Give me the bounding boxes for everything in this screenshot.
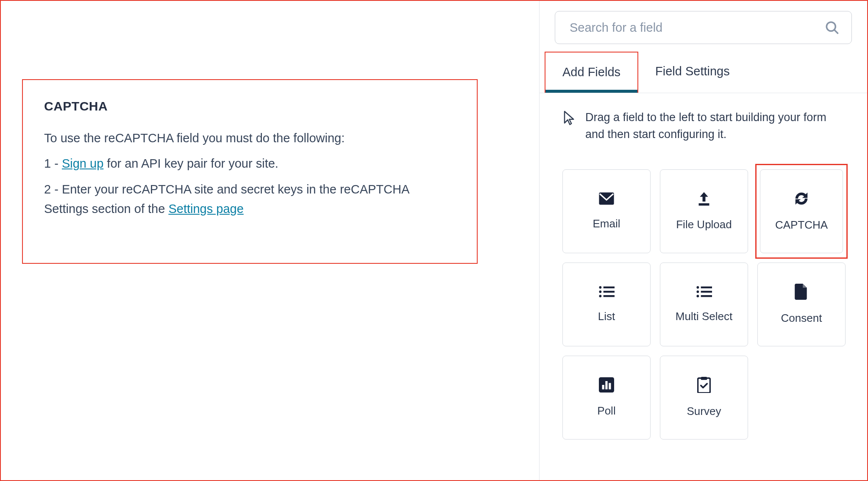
captcha-title: CAPTCHA [44, 99, 456, 113]
field-card-consent[interactable]: Consent [757, 263, 846, 346]
svg-point-11 [696, 290, 699, 293]
tabs: Add Fields Field Settings [540, 52, 867, 93]
field-card-poll-wrap: Poll [562, 356, 651, 440]
field-card-file-upload[interactable]: File Upload [660, 169, 748, 253]
svg-point-10 [696, 286, 699, 289]
svg-point-8 [599, 295, 601, 298]
search-icon [824, 20, 840, 35]
fields-grid: Email File Upload [540, 152, 867, 440]
captcha-step-1: 1 - Sign up for an API key pair for your… [44, 154, 456, 173]
tab-field-settings[interactable]: Field Settings [638, 52, 747, 93]
field-card-file-upload-wrap: File Upload [660, 169, 748, 253]
email-icon [598, 192, 615, 205]
svg-rect-14 [701, 291, 712, 293]
field-label-survey: Survey [687, 405, 721, 418]
tab-add-fields-label: Add Fields [562, 65, 620, 79]
field-label-file-upload: File Upload [676, 218, 732, 231]
field-label-multi-select: Multi Select [676, 310, 732, 323]
tab-add-fields[interactable]: Add Fields [545, 52, 638, 93]
field-card-list[interactable]: List [562, 263, 651, 346]
svg-point-4 [599, 286, 601, 289]
multi-select-icon [696, 285, 712, 298]
field-card-email-wrap: Email [562, 169, 651, 253]
search-box[interactable] [555, 11, 852, 44]
search-input[interactable] [570, 11, 824, 44]
svg-rect-13 [701, 287, 712, 288]
settings-page-link[interactable]: Settings page [168, 202, 243, 216]
svg-rect-7 [604, 291, 615, 293]
field-card-consent-wrap: Consent [757, 263, 846, 346]
svg-rect-5 [604, 287, 615, 288]
field-label-list: List [598, 310, 615, 323]
svg-rect-20 [609, 383, 611, 390]
tab-field-settings-label: Field Settings [655, 64, 730, 78]
captcha-intro: To use the reCAPTCHA field you must do t… [44, 128, 456, 148]
svg-rect-18 [602, 385, 604, 390]
field-label-consent: Consent [781, 312, 822, 325]
field-card-multi-select[interactable]: Multi Select [660, 263, 748, 346]
clipboard-icon [697, 377, 711, 393]
step1-suffix: for an API key pair for your site. [103, 157, 278, 170]
field-card-captcha-wrap: CAPTCHA [755, 164, 848, 259]
refresh-icon [793, 191, 810, 207]
poll-icon [599, 377, 614, 393]
form-canvas: CAPTCHA To use the reCAPTCHA field you m… [1, 1, 539, 480]
step1-prefix: 1 - [44, 157, 62, 170]
svg-rect-21 [698, 378, 710, 393]
cursor-icon [562, 110, 575, 125]
sidebar-panel: Add Fields Field Settings Drag a field t… [539, 1, 867, 480]
search-wrap [540, 1, 867, 52]
svg-rect-19 [605, 381, 607, 390]
svg-rect-3 [699, 203, 709, 206]
svg-line-1 [835, 30, 838, 33]
upload-icon [697, 191, 711, 206]
signup-link[interactable]: Sign up [62, 157, 103, 170]
document-icon [795, 284, 808, 300]
field-label-poll: Poll [597, 404, 615, 417]
svg-rect-22 [701, 377, 707, 380]
captcha-info-card: CAPTCHA To use the reCAPTCHA field you m… [22, 79, 478, 264]
field-label-email: Email [593, 217, 620, 230]
field-card-list-wrap: List [562, 263, 651, 346]
field-card-captcha[interactable]: CAPTCHA [760, 169, 843, 253]
drag-hint: Drag a field to the left to start buildi… [540, 93, 867, 152]
list-icon [598, 285, 615, 298]
field-label-captcha: CAPTCHA [775, 218, 828, 232]
field-card-multi-select-wrap: Multi Select [660, 263, 748, 346]
drag-hint-text: Drag a field to the left to start buildi… [585, 109, 842, 143]
svg-point-12 [696, 295, 699, 298]
field-card-email[interactable]: Email [562, 169, 651, 253]
field-card-survey-wrap: Survey [660, 356, 748, 440]
captcha-step-2: 2 - Enter your reCAPTCHA site and secret… [44, 180, 456, 219]
svg-rect-2 [599, 193, 614, 205]
svg-point-6 [599, 290, 601, 293]
field-card-poll[interactable]: Poll [562, 356, 651, 440]
svg-rect-9 [604, 295, 615, 297]
field-card-survey[interactable]: Survey [660, 356, 748, 440]
svg-rect-15 [701, 295, 712, 297]
app-root: CAPTCHA To use the reCAPTCHA field you m… [0, 0, 868, 481]
